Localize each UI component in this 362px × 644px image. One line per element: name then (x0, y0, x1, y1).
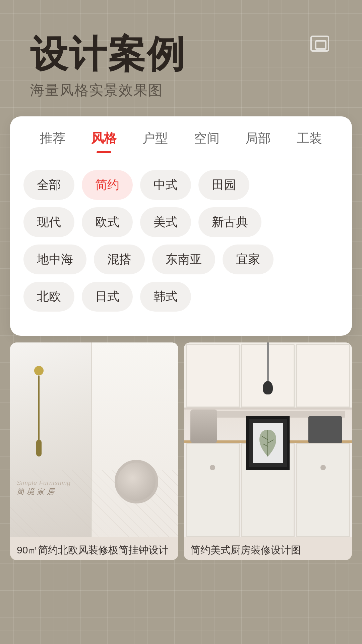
pendant-light-wire (267, 342, 269, 383)
filter-section: 全部 简约 中式 田园 现代 欧式 美式 新古典 地中海 混搭 东南亚 宜家 北… (10, 160, 352, 326)
filter-chip-american[interactable]: 美式 (140, 207, 191, 237)
bookmark-icon (308, 34, 335, 54)
cabinet-door (296, 344, 350, 408)
tab-bar: 推荐 风格 户型 空间 局部 工装 (10, 116, 352, 160)
door-knob (210, 465, 215, 470)
watermark-left: Simple Furnishing简 境 家 居 (17, 480, 71, 497)
filter-chip-ikea[interactable]: 宜家 (223, 245, 274, 274)
mirror-decoration (115, 460, 158, 503)
tab-commercial[interactable]: 工装 (284, 126, 335, 153)
tab-space[interactable]: 空间 (181, 126, 232, 153)
image-right (184, 342, 352, 537)
image-grid: Simple Furnishing简 境 家 居 90㎡简约北欧风装修极简挂钟设… (10, 342, 352, 560)
filter-chip-nordic[interactable]: 北欧 (23, 282, 74, 312)
filter-chip-southeast-asian[interactable]: 东南亚 (152, 245, 215, 274)
clock-weight (36, 440, 42, 457)
door-knob (320, 465, 326, 470)
filter-chip-all[interactable]: 全部 (23, 170, 74, 200)
appliance-1 (190, 410, 217, 443)
wall-art-inner (253, 423, 283, 463)
tab-recommend[interactable]: 推荐 (27, 126, 78, 153)
filter-chip-european[interactable]: 欧式 (82, 207, 133, 237)
filter-chip-neoclassical[interactable]: 新古典 (198, 207, 261, 237)
wall-art-frame (246, 416, 290, 470)
filter-chip-modern[interactable]: 现代 (23, 207, 74, 237)
main-container: 设计案例 海量风格实景效果图 推荐 风格 户型 空间 局部 工装 全部 简 (0, 0, 362, 644)
image-left: Simple Furnishing简 境 家 居 (10, 342, 178, 537)
caption-1: 90㎡简约北欧风装修极简挂钟设计 (10, 537, 178, 560)
tab-style[interactable]: 风格 (78, 126, 129, 153)
image-card-2[interactable]: 简约美式厨房装修设计图 (184, 342, 352, 560)
page-title: 设计案例 (30, 34, 339, 75)
main-card: 推荐 风格 户型 空间 局部 工装 全部 简约 中式 田园 现代 欧式 美式 新… (10, 116, 352, 336)
filter-chip-mix[interactable]: 混搭 (94, 245, 145, 274)
clock-body (34, 366, 44, 375)
pendant-lamp (263, 381, 273, 394)
tab-layout[interactable]: 户型 (130, 126, 181, 153)
filter-chip-simple[interactable]: 简约 (82, 170, 133, 200)
lower-door (296, 443, 350, 537)
cabinet-door (186, 344, 240, 408)
page-subtitle: 海量风格实景效果图 (30, 81, 339, 100)
clock-decoration (37, 363, 41, 457)
filter-row-4: 北欧 日式 韩式 (23, 282, 339, 312)
filter-chip-korean[interactable]: 韩式 (140, 282, 191, 312)
lower-door (186, 443, 240, 537)
appliance-microwave (308, 416, 342, 443)
filter-row-1: 全部 简约 中式 田园 (23, 170, 339, 200)
filter-chip-japanese[interactable]: 日式 (82, 282, 133, 312)
filter-chip-mediterranean[interactable]: 地中海 (23, 245, 86, 274)
svg-rect-1 (316, 41, 326, 49)
caption-2: 简约美式厨房装修设计图 (184, 537, 352, 560)
filter-chip-pastoral[interactable]: 田园 (198, 170, 249, 200)
filter-chip-chinese[interactable]: 中式 (140, 170, 191, 200)
filter-row-2: 现代 欧式 美式 新古典 (23, 207, 339, 237)
image-card-1[interactable]: Simple Furnishing简 境 家 居 90㎡简约北欧风装修极简挂钟设… (10, 342, 178, 560)
header-section: 设计案例 海量风格实景效果图 (10, 20, 352, 116)
filter-row-3: 地中海 混搭 东南亚 宜家 (23, 245, 339, 274)
tab-local[interactable]: 局部 (232, 126, 284, 153)
